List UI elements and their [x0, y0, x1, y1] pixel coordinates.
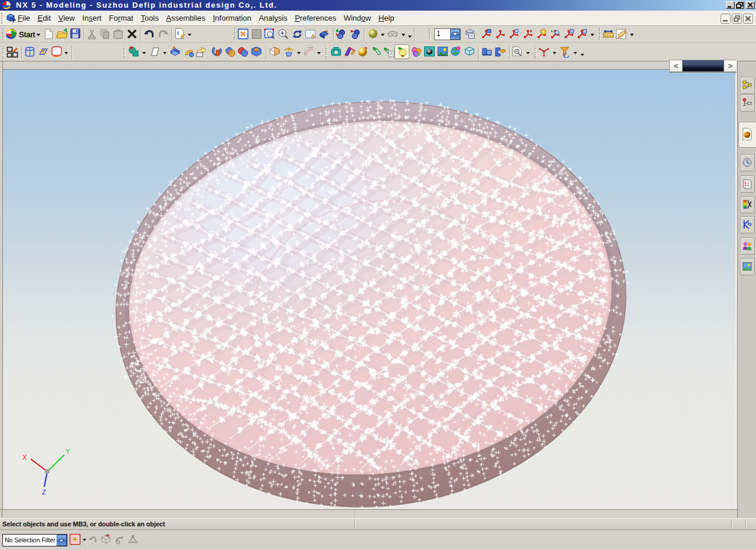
svg-text:Z: Z: [42, 489, 46, 496]
svg-text:Y: Y: [66, 448, 70, 455]
svg-text:X: X: [22, 454, 27, 461]
svg-text:i: i: [177, 30, 179, 36]
